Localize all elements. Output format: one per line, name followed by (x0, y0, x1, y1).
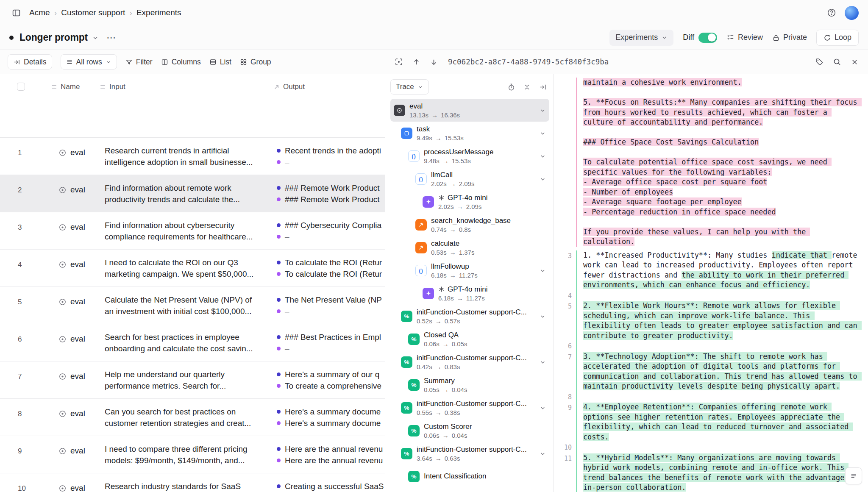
arrow-right-icon: → (450, 226, 456, 233)
trace-span-row[interactable]: %Intent Classification (390, 465, 549, 488)
chevron-down-icon[interactable] (540, 107, 546, 114)
chevron-down-icon[interactable] (540, 153, 546, 159)
trace-span-row[interactable]: ()processUserMessage9.48s→15.53s (390, 145, 549, 167)
row-number: 7 (0, 361, 51, 381)
experiments-dropdown[interactable]: Experiments (609, 30, 673, 46)
columns-label: Columns (172, 58, 201, 67)
breadcrumb-org[interactable]: Acme (29, 8, 50, 17)
avatar[interactable] (845, 6, 859, 20)
eval-run-icon (58, 223, 67, 231)
row-name: eval (70, 260, 85, 269)
help-button[interactable] (824, 6, 839, 20)
trace-span-row[interactable]: %initFunction-Customer support-C...0.55s… (390, 396, 549, 419)
more-actions-button[interactable]: ⋯ (106, 32, 117, 43)
row-input-cell: Research industry standards for SaaS (100, 473, 273, 492)
trace-span-row[interactable]: calculate0.53s→1.37s (390, 236, 549, 259)
select-all-checkbox[interactable] (17, 83, 25, 91)
span-meta: initFunction-Customer support-C...0.42s→… (417, 354, 535, 370)
trace-span-row[interactable]: GPT-4o mini2.02s→2.09s (390, 190, 549, 213)
trace-tree-column: Trace (385, 74, 554, 492)
review-button[interactable]: Review (726, 33, 763, 42)
trace-span-row[interactable]: GPT-4o mini6.18s→11.27s (390, 282, 549, 305)
trace-span-row[interactable]: search_knowledge_base0.74s→0.8s (390, 213, 549, 236)
trace-span-row[interactable]: ()llmFollowup6.18s→11.27s (390, 259, 549, 282)
trace-span-row[interactable]: %Custom Scorer0.06s→0.04s (390, 419, 549, 442)
diff-line-text: 1. **Increased Productivity**: Many stud… (577, 250, 868, 290)
trace-span-row[interactable]: %Summary0.05s→0.04s (390, 373, 549, 396)
trace-span-row[interactable]: %initFunction-Customer support-C...0.42s… (390, 350, 549, 373)
output-text: – (285, 306, 289, 317)
trace-span-row[interactable]: ()llmCall2.02s→2.09s (390, 167, 549, 190)
chevron-down-icon[interactable] (540, 267, 546, 274)
output-text: ### Remote Work Product (285, 194, 380, 205)
trace-span-row[interactable]: %initFunction-Customer support-C...3.64s… (390, 442, 549, 465)
dock-panel-button[interactable] (536, 81, 549, 94)
column-header-label: Name (61, 83, 80, 91)
output-arrow-icon (273, 84, 280, 90)
column-header-name[interactable]: Name (51, 74, 100, 91)
trace-span-row[interactable]: task9.49s→15.53s (390, 122, 549, 145)
trace-span-row[interactable]: %Closed QA0.06s→0.05s (390, 328, 549, 350)
span-duration-primary: 0.06s (424, 432, 440, 439)
list-button[interactable]: List (209, 58, 231, 67)
loop-button[interactable]: Loop (816, 30, 859, 46)
private-button[interactable]: Private (772, 33, 807, 42)
experiment-dot-icon (277, 421, 281, 425)
output-text: Here's a summary docume (285, 406, 381, 417)
row-name-cell: eval (51, 324, 100, 344)
scorer-icon: % (401, 402, 412, 414)
span-meta: search_knowledge_base0.74s→0.8s (431, 217, 546, 233)
trace-span-row[interactable]: %initFunction-Customer support-C...0.52s… (390, 305, 549, 328)
breadcrumb-page[interactable]: Experiments (136, 8, 181, 17)
breadcrumb-project[interactable]: Customer support (61, 8, 125, 17)
diff-line-text: To calculate potential office space cost… (577, 157, 868, 177)
loop-label: Loop (835, 33, 851, 42)
collapse-all-icon (523, 83, 531, 91)
expand-trace-button[interactable] (392, 55, 406, 69)
experiment-dot-icon (277, 298, 281, 302)
diff-line-text (577, 88, 868, 98)
diff-line-text: maintain a cohesive work environment. (577, 78, 868, 88)
chevron-down-icon[interactable] (540, 359, 546, 365)
search-button[interactable] (830, 55, 844, 69)
previous-row-button[interactable] (410, 56, 423, 69)
diff-toggle[interactable] (698, 33, 717, 43)
chevron-down-icon[interactable] (540, 313, 546, 320)
details-button[interactable]: Details (8, 54, 52, 69)
next-row-button[interactable] (427, 56, 440, 69)
output-text: ### Remote Work Product (285, 182, 380, 194)
sidebar-toggle-button[interactable] (9, 6, 23, 20)
span-duration-primary: 6.18s (438, 295, 454, 302)
topbar: Acme › Customer support › Experiments (0, 0, 868, 25)
row-number: 4 (0, 250, 51, 269)
rows-filter-dropdown[interactable]: All rows (61, 54, 117, 69)
timing-button[interactable] (505, 81, 518, 94)
chevron-down-icon[interactable] (540, 176, 546, 182)
span-duration-comparison: 0.83s (445, 363, 460, 370)
chevron-down-icon[interactable] (540, 130, 546, 136)
tag-button[interactable] (812, 55, 826, 69)
span-meta: initFunction-Customer support-C...3.64s→… (417, 445, 535, 462)
span-durations: 2.02s→2.09s (438, 203, 546, 210)
openai-logo-icon (438, 286, 445, 292)
trace-view-dropdown[interactable]: Trace (390, 79, 429, 95)
trace-span-row[interactable]: eval13.13s→16.36s (390, 99, 549, 122)
trace-tree-tools (505, 81, 549, 94)
diff-line-text (577, 442, 868, 453)
diff-segment: - Average office space cost per square f… (583, 178, 767, 186)
row-number: 6 (0, 324, 51, 344)
diff-line (554, 217, 868, 227)
collapse-all-button[interactable] (520, 81, 534, 94)
chevron-down-icon[interactable] (540, 405, 546, 411)
filter-button[interactable]: Filter (125, 58, 153, 67)
experiment-switcher-button[interactable] (92, 34, 99, 41)
group-button[interactable]: Group (240, 58, 271, 67)
experiment-dot-icon (277, 235, 281, 239)
columns-button[interactable]: Columns (161, 58, 201, 67)
log-view-button[interactable] (845, 467, 862, 484)
line-number: 10 (554, 442, 576, 453)
span-durations: 9.48s→15.53s (424, 157, 535, 164)
chevron-down-icon[interactable] (540, 450, 546, 457)
close-panel-button[interactable] (848, 56, 861, 69)
column-header-input[interactable]: Input (100, 74, 273, 91)
